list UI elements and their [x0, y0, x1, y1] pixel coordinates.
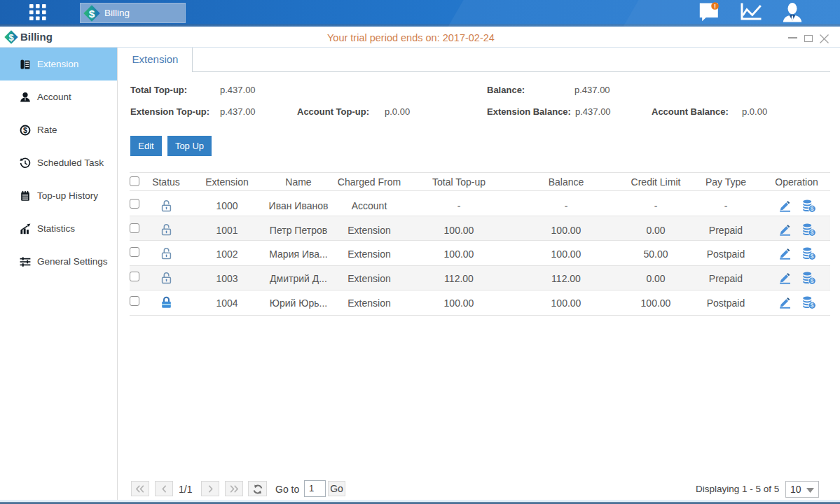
svg-text:$: $ — [811, 277, 814, 284]
svg-text:$: $ — [811, 205, 814, 212]
svg-text:$: $ — [8, 32, 13, 43]
svg-text:$: $ — [811, 253, 814, 260]
svg-text:$: $ — [811, 302, 814, 309]
svg-text:$: $ — [811, 229, 814, 236]
svg-text:$: $ — [23, 125, 27, 134]
svg-text:$: $ — [89, 7, 95, 19]
svg-text:!: ! — [714, 3, 716, 10]
